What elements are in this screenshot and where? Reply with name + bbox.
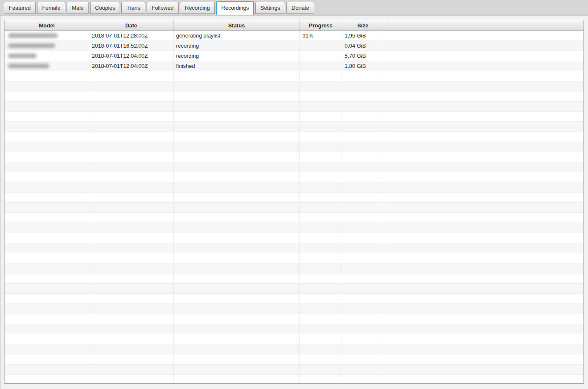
date-cell: 2018-07-01T12:04:00Z	[89, 61, 174, 71]
model-cell	[5, 162, 89, 172]
size-cell	[342, 102, 384, 112]
recording-row[interactable]: 2018-07-01T12:04:00Zrecording5,70 GiB	[5, 51, 583, 61]
size-cell	[342, 122, 384, 132]
column-header-date[interactable]: Date	[89, 20, 174, 31]
empty-row	[5, 314, 583, 324]
spacer-cell	[384, 324, 583, 334]
date-cell	[89, 314, 174, 324]
spacer-cell	[384, 81, 583, 91]
progress-cell	[300, 365, 342, 375]
recordings-tab-panel: ModelDateStatusProgressSize 2018-07-01T1…	[0, 15, 588, 389]
date-cell	[89, 182, 174, 193]
spacer-cell	[384, 354, 583, 365]
empty-row	[5, 375, 583, 384]
status-cell	[174, 314, 300, 324]
progress-cell	[300, 375, 342, 384]
model-cell	[5, 112, 89, 122]
size-cell	[342, 284, 384, 294]
status-cell	[174, 81, 300, 91]
date-cell	[89, 324, 174, 334]
column-header-size[interactable]: Size	[342, 20, 384, 31]
status-cell	[174, 91, 300, 102]
empty-row	[5, 274, 583, 284]
recording-row[interactable]: 2018-07-01T12:04:00Zfinished1,80 GiB	[5, 61, 583, 71]
model-cell	[5, 102, 89, 112]
size-cell	[342, 314, 384, 324]
tab-male[interactable]: Male	[67, 2, 88, 14]
size-cell	[342, 344, 384, 354]
status-cell	[174, 71, 300, 81]
size-cell	[342, 263, 384, 274]
status-cell	[174, 263, 300, 274]
date-cell	[89, 81, 174, 91]
empty-row	[5, 294, 583, 304]
recording-row[interactable]: 2018-07-01T16:52:00Zrecording0,04 GiB	[5, 41, 583, 51]
tab-recording[interactable]: Recording	[180, 2, 215, 14]
progress-cell	[300, 152, 342, 162]
progress-cell: 91%	[300, 31, 342, 41]
empty-row	[5, 172, 583, 182]
size-cell	[342, 112, 384, 122]
empty-row	[5, 334, 583, 344]
status-cell	[174, 274, 300, 284]
size-cell	[342, 71, 384, 81]
column-header-progress[interactable]: Progress	[300, 20, 342, 31]
size-cell: 0,04 GiB	[342, 41, 384, 51]
status-cell: finished	[174, 61, 300, 71]
empty-row	[5, 71, 583, 81]
date-cell	[89, 344, 174, 354]
empty-row	[5, 81, 583, 91]
status-cell	[174, 162, 300, 172]
date-cell	[89, 253, 174, 263]
column-header-spacer[interactable]	[384, 20, 583, 31]
empty-row	[5, 91, 583, 102]
progress-cell	[300, 81, 342, 91]
redacted-model-name	[8, 64, 49, 68]
size-cell	[342, 132, 384, 142]
progress-cell	[300, 324, 342, 334]
tab-female[interactable]: Female	[37, 2, 65, 14]
spacer-cell	[384, 314, 583, 324]
progress-cell	[300, 41, 342, 51]
model-cell	[5, 294, 89, 304]
redacted-model-name	[8, 33, 58, 38]
status-cell	[174, 213, 300, 223]
date-cell	[89, 71, 174, 81]
column-header-status[interactable]: Status	[174, 20, 300, 31]
size-cell	[342, 81, 384, 91]
date-cell	[89, 162, 174, 172]
empty-row	[5, 365, 583, 375]
tab-couples[interactable]: Couples	[90, 2, 120, 14]
empty-row	[5, 162, 583, 172]
spacer-cell	[384, 172, 583, 182]
date-cell	[89, 294, 174, 304]
model-cell	[5, 193, 89, 203]
size-cell	[342, 142, 384, 152]
tab-settings[interactable]: Settings	[255, 2, 285, 14]
spacer-cell	[384, 152, 583, 162]
empty-row	[5, 203, 583, 213]
recording-row[interactable]: 2018-07-01T12:28:00Zgenerating playlist9…	[5, 31, 583, 41]
status-cell	[174, 344, 300, 354]
date-cell	[89, 152, 174, 162]
spacer-cell	[384, 294, 583, 304]
spacer-cell	[384, 31, 583, 41]
date-cell	[89, 91, 174, 102]
tab-followed[interactable]: Followed	[147, 2, 179, 14]
progress-cell	[300, 284, 342, 294]
empty-row	[5, 243, 583, 253]
tab-featured[interactable]: Featured	[4, 2, 36, 14]
model-cell	[5, 91, 89, 102]
model-cell	[5, 223, 89, 233]
model-cell	[5, 122, 89, 132]
spacer-cell	[384, 122, 583, 132]
model-cell	[5, 51, 89, 61]
tab-trans[interactable]: Trans	[121, 2, 145, 14]
tab-donate[interactable]: Donate	[286, 2, 314, 14]
spacer-cell	[384, 243, 583, 253]
column-header-model[interactable]: Model	[5, 20, 89, 31]
tab-recordings[interactable]: Recordings	[216, 1, 254, 15]
size-cell	[342, 193, 384, 203]
size-cell	[342, 334, 384, 344]
status-cell	[174, 132, 300, 142]
